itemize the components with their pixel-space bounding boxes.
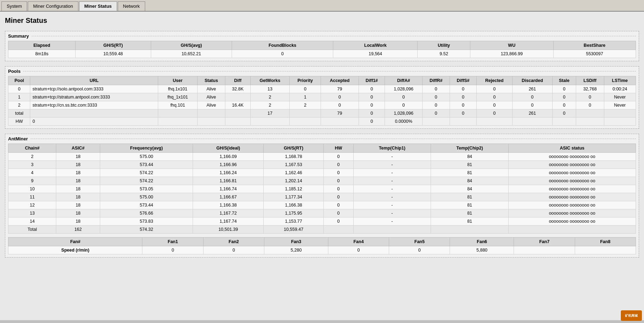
pool-hw-cell-9: 0.0000% bbox=[385, 118, 423, 126]
am-cell-6-7: 81 bbox=[431, 201, 509, 209]
am-cell-6-0: 12 bbox=[8, 201, 56, 209]
am-cell-5-6: - bbox=[353, 193, 431, 201]
am-cell-2-2: 574.22 bbox=[100, 169, 193, 177]
am-total-cell-6 bbox=[353, 226, 431, 234]
pool-cell-1-12: 0 bbox=[477, 93, 512, 101]
am-col-ghsrt: GH/S(RT) bbox=[263, 144, 323, 153]
antminer-row-5: 1118575.001,166.671,177.340-81oooooooo o… bbox=[8, 193, 636, 201]
fan-speed-7 bbox=[575, 246, 636, 254]
pool-cell-2-15: 0 bbox=[576, 101, 604, 109]
fan-speed-1: 0 bbox=[203, 246, 264, 254]
pool-cell-1-13: 0 bbox=[512, 93, 552, 101]
am-cell-2-6: - bbox=[353, 169, 431, 177]
pool-col-stale: Stale bbox=[553, 76, 576, 85]
am-cell-8-2: 573.83 bbox=[100, 217, 193, 226]
pool-col-diffs: DiffS# bbox=[450, 76, 477, 85]
fan-speed-3: 0 bbox=[328, 246, 389, 254]
fan-header-4: Fan4 bbox=[328, 238, 389, 246]
am-total-cell-1: 162 bbox=[56, 226, 100, 234]
am-cell-6-6: - bbox=[353, 201, 431, 209]
antminer-row-8: 1418573.831,167.741,153.770-81oooooooo o… bbox=[8, 217, 636, 226]
am-cell-3-7: 84 bbox=[431, 177, 509, 185]
am-total-cell-3: 10,501.39 bbox=[193, 226, 264, 234]
pool-hw-cell-14 bbox=[553, 118, 576, 126]
am-cell-2-8: oooooooo oooooooo oo bbox=[508, 169, 636, 177]
pool-cell-1-14: 0 bbox=[553, 93, 576, 101]
am-cell-8-4: 1,153.77 bbox=[263, 217, 323, 226]
antminer-row-2: 418574.221,166.241,162.460-81oooooooo oo… bbox=[8, 169, 636, 177]
am-cell-0-6: - bbox=[353, 153, 431, 161]
fan-speed-label: Speed (r/min) bbox=[8, 246, 142, 254]
pool-cell-2-3: Alive bbox=[197, 101, 225, 109]
fan-header-7: Fan7 bbox=[514, 238, 575, 246]
am-cell-3-0: 9 bbox=[8, 177, 56, 185]
am-cell-8-0: 14 bbox=[8, 217, 56, 226]
pool-total-cell-16 bbox=[604, 109, 636, 118]
summary-label: Summary bbox=[8, 33, 29, 39]
summary-foundblocks: 0 bbox=[232, 50, 333, 58]
am-cell-1-6: - bbox=[353, 161, 431, 169]
pool-col-priority: Priority bbox=[290, 76, 321, 85]
am-cell-2-4: 1,162.46 bbox=[263, 169, 323, 177]
am-cell-6-1: 18 bbox=[56, 201, 100, 209]
pool-total-cell-8: 0 bbox=[359, 109, 385, 118]
am-cell-1-1: 18 bbox=[56, 161, 100, 169]
summary-col-foundblocks: FoundBlocks bbox=[232, 41, 333, 50]
pool-total-cell-5: 17 bbox=[250, 109, 290, 118]
pool-hw-cell-5 bbox=[250, 118, 290, 126]
am-cell-8-8: oooooooo oooooooo oo bbox=[508, 217, 636, 226]
fan-table: Fan#Fan1Fan2Fan3Fan4Fan5Fan6Fan7Fan8 Spe… bbox=[8, 237, 636, 254]
pool-cell-0-14: 0 bbox=[553, 85, 576, 93]
tab-miner-status[interactable]: Miner Status bbox=[79, 1, 117, 11]
tab-miner-config[interactable]: Miner Configuration bbox=[28, 1, 78, 11]
am-cell-8-3: 1,167.74 bbox=[193, 217, 264, 226]
tab-bar: System Miner Configuration Miner Status … bbox=[0, 0, 644, 12]
antminer-section: AntMiner Chain# ASIC# Frequency(avg) GH/… bbox=[5, 134, 639, 258]
pool-cell-2-5: 2 bbox=[250, 101, 290, 109]
antminer-row-0: 218575.001,166.091,168.780-84oooooooo oo… bbox=[8, 153, 636, 161]
am-cell-4-6: - bbox=[353, 185, 431, 193]
pool-cell-2-7: 0 bbox=[321, 101, 359, 109]
pool-cell-1-9: 0 bbox=[385, 93, 423, 101]
am-col-hw: HW bbox=[324, 144, 353, 153]
fan-speed-2: 5,280 bbox=[264, 246, 328, 254]
pool-cell-1-11: 0 bbox=[450, 93, 477, 101]
pool-cell-1-5: 2 bbox=[250, 93, 290, 101]
tab-system[interactable]: System bbox=[1, 1, 27, 11]
am-cell-0-8: oooooooo oooooooo oo bbox=[508, 153, 636, 161]
pool-cell-0-2: fhq.1x101 bbox=[158, 85, 197, 93]
fan-speed-5: 5,880 bbox=[450, 246, 514, 254]
fan-header-1: Fan1 bbox=[142, 238, 203, 246]
summary-ghsavg: 10,652.21 bbox=[151, 50, 232, 58]
am-cell-7-5: 0 bbox=[324, 209, 353, 217]
am-cell-3-8: oooooooo oooooooo oo bbox=[508, 177, 636, 185]
pool-col-getworks: GetWorks bbox=[250, 76, 290, 85]
pool-col-rejected: Rejected bbox=[477, 76, 512, 85]
pool-total-cell-0: total bbox=[8, 109, 30, 118]
pool-hw-cell-7 bbox=[321, 118, 359, 126]
am-cell-0-0: 2 bbox=[8, 153, 56, 161]
pool-hw-cell-15 bbox=[576, 118, 604, 126]
pool-hw-cell-10 bbox=[423, 118, 450, 126]
am-total-cell-5 bbox=[324, 226, 353, 234]
am-cell-8-1: 18 bbox=[56, 217, 100, 226]
pool-col-status: Status bbox=[197, 76, 225, 85]
pool-total-cell-9: 1,028,096 bbox=[385, 109, 423, 118]
antminer-table: Chain# ASIC# Frequency(avg) GH/S(ideal) … bbox=[8, 144, 636, 234]
pool-cell-1-10: 0 bbox=[423, 93, 450, 101]
fan-header-2: Fan2 bbox=[203, 238, 264, 246]
antminer-row-6: 1218573.441,166.381,166.380-81oooooooo o… bbox=[8, 201, 636, 209]
am-cell-1-2: 573.44 bbox=[100, 161, 193, 169]
pool-col-diff1: Diff1# bbox=[359, 76, 385, 85]
tab-network[interactable]: Network bbox=[118, 1, 145, 11]
am-cell-3-5: 0 bbox=[324, 177, 353, 185]
pool-cell-0-5: 13 bbox=[250, 85, 290, 93]
summary-localwork: 19,564 bbox=[333, 50, 418, 58]
pool-cell-2-12: 0 bbox=[477, 101, 512, 109]
pool-col-pool: Pool bbox=[8, 76, 30, 85]
am-cell-8-7: 81 bbox=[431, 217, 509, 226]
pool-hw-cell-11 bbox=[450, 118, 477, 126]
pool-cell-1-4 bbox=[225, 93, 250, 101]
am-cell-1-4: 1,167.53 bbox=[263, 161, 323, 169]
pool-hw-cell-2 bbox=[158, 118, 197, 126]
